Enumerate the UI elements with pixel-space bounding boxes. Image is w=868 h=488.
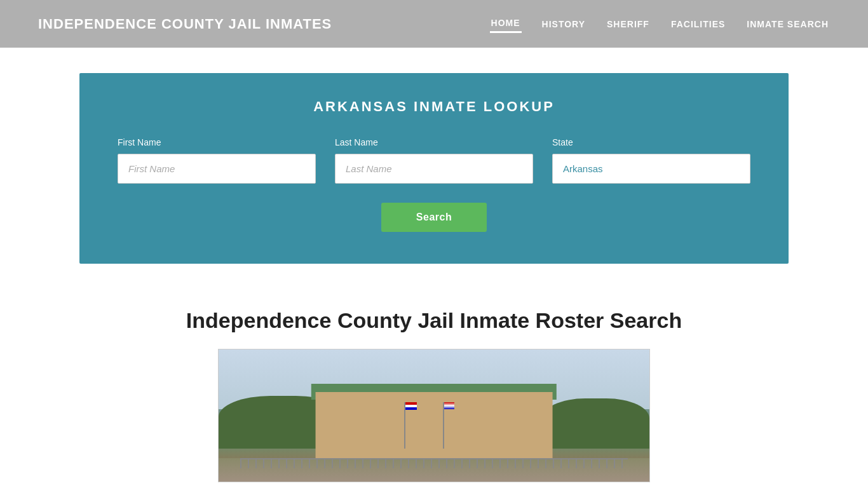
inmate-lookup-section: ARKANSAS INMATE LOOKUP First Name Last N… — [79, 73, 789, 264]
last-name-group: Last Name — [335, 137, 533, 184]
nav-item-inmate-search[interactable]: INMATE SEARCH — [745, 16, 830, 32]
site-header: INDEPENDENCE COUNTY JAIL INMATES HOME HI… — [0, 0, 868, 48]
building-background — [219, 349, 649, 482]
main-nav: HOME HISTORY SHERIFF FACILITIES INMATE S… — [490, 15, 830, 33]
nav-item-sheriff[interactable]: SHERIFF — [606, 16, 651, 32]
search-button[interactable]: Search — [381, 203, 487, 232]
roster-title: Independence County Jail Inmate Roster S… — [79, 308, 789, 333]
first-name-input[interactable] — [118, 154, 316, 184]
trees-right — [542, 398, 650, 449]
state-input[interactable] — [552, 154, 750, 184]
flag-right — [444, 402, 454, 409]
site-title: INDEPENDENCE COUNTY JAIL INMATES — [38, 16, 332, 32]
lookup-form-row: First Name Last Name State — [118, 137, 750, 184]
nav-item-home[interactable]: HOME — [490, 15, 522, 33]
first-name-group: First Name — [118, 137, 316, 184]
last-name-label: Last Name — [335, 137, 533, 147]
flagpole-right — [443, 402, 444, 449]
last-name-input[interactable] — [335, 154, 533, 184]
search-button-row: Search — [118, 203, 750, 232]
roster-section: Independence County Jail Inmate Roster S… — [0, 289, 868, 488]
nav-item-facilities[interactable]: FACILITIES — [670, 16, 726, 32]
state-label: State — [552, 137, 750, 147]
lookup-title: ARKANSAS INMATE LOOKUP — [118, 98, 750, 115]
jail-building-image — [218, 349, 650, 482]
first-name-label: First Name — [118, 137, 316, 147]
fence-layer — [240, 458, 628, 469]
building-body — [316, 392, 553, 458]
state-group: State — [552, 137, 750, 184]
nav-item-history[interactable]: HISTORY — [541, 16, 587, 32]
flagpole-left — [404, 402, 405, 449]
flag-left — [405, 402, 417, 410]
